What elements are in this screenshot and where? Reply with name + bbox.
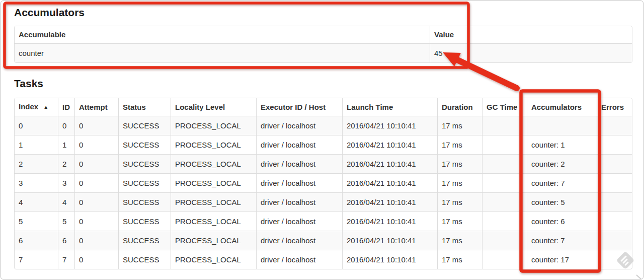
cell: driver / localhost (256, 231, 342, 250)
table-row: 000SUCCESSPROCESS_LOCALdriver / localhos… (15, 116, 632, 135)
cell (597, 250, 632, 269)
cell: 17 ms (437, 135, 482, 154)
cell: 6 (58, 231, 74, 250)
cell: 0 (74, 135, 118, 154)
column-header-label: Attempt (79, 103, 108, 111)
cell: counter: 1 (527, 135, 597, 154)
cell (482, 231, 527, 250)
cell (597, 231, 632, 250)
column-header-label: Executor ID / Host (261, 103, 326, 111)
spark-stage-detail-page: Accumulators AccumulableValue counter45 … (0, 0, 644, 280)
cell: 2016/04/21 10:10:41 (342, 250, 437, 269)
cell: 1 (58, 135, 74, 154)
cell: 2016/04/21 10:10:41 (342, 212, 437, 231)
tasks-heading: Tasks (14, 77, 643, 90)
column-header-locality-level[interactable]: Locality Level (171, 98, 256, 116)
cell: 3 (58, 173, 74, 192)
accumulators-table: AccumulableValue counter45 (14, 26, 632, 63)
cell (482, 192, 527, 212)
cell (482, 250, 527, 269)
cell: PROCESS_LOCAL (171, 135, 256, 154)
accumulators-heading: Accumulators (14, 1, 643, 19)
cell: driver / localhost (256, 212, 342, 231)
column-header-index[interactable]: Index▲ (15, 98, 58, 116)
column-header-label: Status (123, 103, 146, 111)
column-header-id[interactable]: ID (58, 98, 74, 116)
column-header-label: Duration (442, 103, 473, 111)
cell: 17 ms (437, 116, 482, 135)
cell: PROCESS_LOCAL (171, 212, 256, 231)
column-header-accumulators[interactable]: Accumulators (527, 98, 597, 116)
cell (482, 154, 527, 173)
column-header-accumulable: Accumulable (15, 26, 430, 43)
cell: driver / localhost (256, 173, 342, 192)
cell: counter: 7 (527, 173, 597, 192)
column-header-label: Value (434, 30, 454, 39)
column-header-attempt[interactable]: Attempt (74, 98, 118, 116)
cell: 2016/04/21 10:10:41 (342, 231, 437, 250)
cell: 5 (58, 212, 74, 231)
column-header-duration[interactable]: Duration (437, 98, 482, 116)
cell: 17 ms (437, 231, 482, 250)
cell: counter: 7 (527, 231, 597, 250)
cell (527, 116, 597, 135)
cell: 2016/04/21 10:10:41 (342, 192, 437, 212)
tasks-table: Index▲IDAttemptStatusLocality LevelExecu… (14, 98, 632, 269)
cell: 0 (74, 173, 118, 192)
cell: SUCCESS (118, 231, 171, 250)
column-header-label: Locality Level (175, 103, 225, 111)
table-row: 550SUCCESSPROCESS_LOCALdriver / localhos… (15, 212, 632, 231)
cell: PROCESS_LOCAL (171, 173, 256, 192)
cell: PROCESS_LOCAL (171, 154, 256, 173)
cell: PROCESS_LOCAL (171, 231, 256, 250)
cell: 2016/04/21 10:10:41 (342, 135, 437, 154)
sort-ascending-icon: ▲ (43, 104, 48, 110)
tasks-section: Tasks Index▲IDAttemptStatusLocality Leve… (1, 77, 643, 269)
cell (482, 116, 527, 135)
cell: driver / localhost (256, 116, 342, 135)
cell: counter: 2 (527, 154, 597, 173)
cell: PROCESS_LOCAL (171, 116, 256, 135)
table-row: counter45 (15, 43, 632, 62)
cell: 0 (74, 192, 118, 212)
cell (597, 192, 632, 212)
cell: 0 (74, 116, 118, 135)
table-row: 330SUCCESSPROCESS_LOCALdriver / localhos… (15, 173, 632, 192)
column-header-executor-id-host[interactable]: Executor ID / Host (256, 98, 342, 116)
column-header-label: Errors (601, 103, 624, 111)
cell: 4 (15, 192, 58, 212)
cell: SUCCESS (118, 192, 171, 212)
cell: 7 (58, 250, 74, 269)
cell: 2016/04/21 10:10:41 (342, 116, 437, 135)
column-header-launch-time[interactable]: Launch Time (342, 98, 437, 116)
column-header-errors[interactable]: Errors (597, 98, 632, 116)
cell: 0 (74, 250, 118, 269)
cell: 0 (15, 116, 58, 135)
cell: 17 ms (437, 250, 482, 269)
cell: driver / localhost (256, 135, 342, 154)
column-header-status[interactable]: Status (118, 98, 171, 116)
column-header-label: Index (19, 102, 38, 111)
corner-pen-mark (636, 275, 641, 279)
cell: 1 (15, 135, 58, 154)
cell: 2 (15, 154, 58, 173)
cell: PROCESS_LOCAL (171, 192, 256, 212)
cell: 17 ms (437, 192, 482, 212)
cell (482, 212, 527, 231)
cell: 6 (15, 231, 58, 250)
cell (597, 135, 632, 154)
table-row: 660SUCCESSPROCESS_LOCALdriver / localhos… (15, 231, 632, 250)
column-header-gc-time[interactable]: GC Time (482, 98, 527, 116)
table-row: 220SUCCESSPROCESS_LOCALdriver / localhos… (15, 154, 632, 173)
cell: 3 (15, 173, 58, 192)
cell: driver / localhost (256, 250, 342, 269)
cell: 0 (74, 154, 118, 173)
column-header-label: ID (62, 103, 70, 111)
cell: 5 (15, 212, 58, 231)
cell: 0 (74, 212, 118, 231)
cell: SUCCESS (118, 173, 171, 192)
cell: 0 (58, 116, 74, 135)
cell: 2016/04/21 10:10:41 (342, 173, 437, 192)
accumulators-section: Accumulators AccumulableValue counter45 (1, 1, 643, 63)
cell: 7 (15, 250, 58, 269)
